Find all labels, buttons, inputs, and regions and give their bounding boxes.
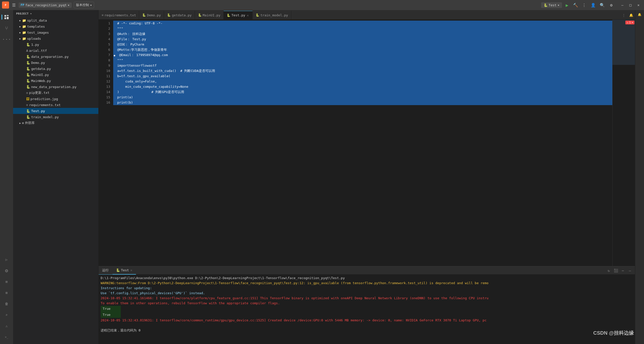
- panel-minimize-btn[interactable]: —: [627, 268, 633, 274]
- line-num-1: 1: [99, 21, 110, 26]
- term-line-6: To enable them in other operations, rebu…: [101, 301, 633, 306]
- py-tab-icon: 🐍: [167, 13, 171, 17]
- folder-icon: 📁: [22, 25, 26, 28]
- sidebar-item-mainui[interactable]: 🐍 MainUI.py: [13, 72, 98, 78]
- tab-mainui[interactable]: 🐍 MainUI.py: [195, 11, 224, 19]
- trash-sidebar-icon[interactable]: 🗑: [2, 299, 12, 309]
- tab-getdata[interactable]: 🐍 getdata.py: [164, 11, 195, 19]
- sidebar-item-data-prep[interactable]: 🐍 data_preparation.py: [13, 54, 98, 60]
- panel-refresh-btn[interactable]: ↻: [606, 268, 612, 274]
- line-num-14: 14: [99, 89, 110, 95]
- py-file-icon: 🐍: [26, 55, 30, 59]
- sidebar-item-prediction[interactable]: 🖼 prediction.jpg: [13, 96, 98, 102]
- panel-test-close[interactable]: ✕: [130, 268, 132, 272]
- sidebar-item-test[interactable]: 🐍 Test.py: [13, 108, 98, 114]
- tab-demo[interactable]: 🐍 Demo.py: [139, 11, 164, 19]
- sidebar-item-mainweb[interactable]: 🐍 MainWeb.py: [13, 78, 98, 84]
- filter-sidebar-icon[interactable]: ≡: [2, 277, 12, 287]
- line-num-2: 2: [99, 26, 110, 31]
- terminal-content[interactable]: D:\1-ProgramFiles\Anaconda\envs\py38\pyt…: [99, 275, 635, 344]
- panel-tab-test[interactable]: 🐍 Test ✕: [112, 267, 136, 275]
- sidebar-item-test-images[interactable]: ▶ 📁 test_images: [13, 29, 98, 35]
- panel-run-label: 运行: [102, 268, 109, 273]
- run-config-chevron: ▾: [557, 3, 559, 7]
- fp-icon: FP: [21, 3, 24, 7]
- term-line-11: 进程已结束，退出代码为 0: [101, 328, 633, 333]
- tab-notifications-button[interactable]: 🔔: [627, 11, 635, 19]
- code-line-1: # -*- coding: UTF-8 -*-: [113, 21, 612, 26]
- sidebar-item-explorer[interactable]: [2, 12, 12, 22]
- sidebar-item-external[interactable]: ▶ ⊞ 外部库: [13, 120, 98, 126]
- build-button[interactable]: 🔨: [572, 2, 579, 9]
- right-notifications-icon[interactable]: 🔔: [636, 11, 643, 18]
- minimize-button[interactable]: —: [619, 2, 626, 9]
- line-num-13: 13: [99, 84, 110, 89]
- close-button[interactable]: ✕: [635, 2, 642, 9]
- panel-stop-btn[interactable]: ⬛: [613, 268, 619, 274]
- settings-sidebar-icon[interactable]: ⚙: [2, 266, 12, 276]
- menu-icon[interactable]: ☰: [11, 2, 17, 9]
- minimap[interactable]: ⚠ 1 ▾: [612, 20, 635, 266]
- code-line-12: cuda_only = False ,: [113, 79, 612, 84]
- search-sidebar-icon[interactable]: ⌕: [2, 310, 12, 320]
- code-line-7: ● @Email ： 179958974@qq.com: [113, 52, 612, 58]
- alert-sidebar-icon[interactable]: ⚠: [2, 321, 12, 331]
- tab-test[interactable]: 🐍 Test.py ✕: [224, 11, 253, 19]
- run-config-label: Test: [549, 3, 556, 7]
- tab-label-mainui: MainUI.py: [203, 13, 220, 17]
- py-file-icon: 🐍: [26, 61, 30, 65]
- sidebar-item-1py[interactable]: 🐍 1.py: [13, 41, 98, 48]
- settings-button[interactable]: ⚙: [608, 2, 615, 9]
- line-num-12: 12: [99, 79, 110, 84]
- sidebar-item-templates[interactable]: ▶ 📁 templates: [13, 23, 98, 29]
- error-badge: ⚠ 1 ▾: [625, 21, 634, 24]
- maximize-button[interactable]: □: [627, 2, 634, 9]
- run-debug-sidebar-icon[interactable]: ▷: [2, 254, 12, 265]
- run-button[interactable]: ▶: [564, 2, 571, 9]
- sidebar-item-train-model[interactable]: 🐍 train_model.py: [13, 114, 98, 120]
- sidebar-item-vcs[interactable]: ⑂: [2, 23, 12, 33]
- sidebar-item-demo[interactable]: 🐍 Demo.py: [13, 60, 98, 66]
- sidebar-label-test-images: test_images: [27, 31, 49, 34]
- warning-badge-icon: ⚠: [627, 21, 628, 24]
- sidebar-item-getdata[interactable]: 🐍 getdata.py: [13, 66, 98, 72]
- sidebar-item-requirements[interactable]: ≡ requirements.txt: [13, 102, 98, 108]
- code-area[interactable]: # -*- coding: UTF-8 -*- """ @Auth ： 挂科边缘…: [113, 20, 612, 266]
- code-line-11: b = tf . test . is_gpu_available (: [113, 73, 612, 79]
- line-num-3: 3: [99, 31, 110, 36]
- search-button[interactable]: 🔍: [599, 2, 606, 9]
- sidebar-item-split-data[interactable]: ▶ 📁 split_data: [13, 17, 98, 23]
- sidebar-item-arial-ttf[interactable]: A arial.ttf: [13, 48, 98, 54]
- project-selector[interactable]: FP face_recognition_pyqt ▾: [19, 3, 72, 8]
- sidebar-label-pip: pip更新.txt: [29, 91, 50, 95]
- sidebar-item-uploads[interactable]: ▶ 📁 uploads: [13, 35, 98, 41]
- run-config-btn[interactable]: 🐍 Test ▾: [541, 2, 562, 8]
- line-num-10: 10: [99, 68, 110, 73]
- term-line-2: WARNING:tensorflow:From D:\2-Python\2-De…: [101, 281, 633, 286]
- sidebar-item-more[interactable]: ···: [2, 34, 12, 44]
- tab-bar: ≡ requirements.txt 🐍 Demo.py 🐍 getdata.p…: [99, 10, 635, 20]
- panel-more-btn[interactable]: ⋯: [620, 268, 626, 274]
- list-sidebar-icon[interactable]: ▤: [2, 288, 12, 298]
- tab-close-test[interactable]: ✕: [246, 13, 249, 18]
- more-actions-button[interactable]: ⋮: [581, 2, 588, 9]
- terminal-sidebar-icon[interactable]: >_: [2, 332, 12, 342]
- tab-more-button[interactable]: ⋮: [620, 11, 627, 19]
- panel-tab-run[interactable]: 运行: [99, 267, 112, 275]
- py-tab-icon: 🐍: [142, 13, 146, 17]
- user-icon[interactable]: 👤: [590, 2, 597, 9]
- tab-label-test: Test.py: [231, 13, 245, 17]
- folder-icon: 📁: [22, 19, 26, 22]
- warning-badge-count: 1: [629, 21, 631, 24]
- py-tab-icon: 🐍: [256, 13, 259, 17]
- sidebar-item-new-data-prep[interactable]: 🐍 new_data_preparation.py: [13, 84, 98, 90]
- tab-label-getdata: getdata.py: [172, 13, 191, 17]
- tab-requirements[interactable]: ≡ requirements.txt: [99, 11, 139, 19]
- tab-train-model[interactable]: 🐍 train_model.py: [253, 11, 291, 19]
- sidebar-header: Project ▾: [13, 10, 98, 17]
- version-control-btn[interactable]: 版本控制 ▾: [74, 2, 94, 8]
- code-line-8: """: [113, 58, 612, 63]
- sidebar-item-pip[interactable]: ≡ pip更新.txt: [13, 90, 98, 96]
- sidebar-title: Project: [16, 12, 29, 15]
- sidebar-label-uploads: uploads: [27, 37, 41, 40]
